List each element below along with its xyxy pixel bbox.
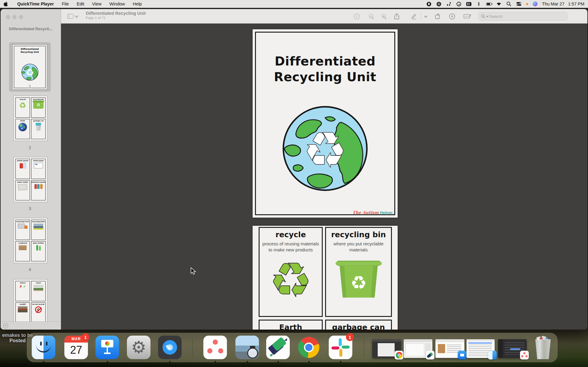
window-title-block: Differentiated Recycling Unit Page 1 of … <box>86 11 146 20</box>
thumb3-card-mixed-paper: mixed paper <box>33 160 44 161</box>
dock-highlighter-app-icon[interactable] <box>266 336 290 359</box>
svg-text:♻: ♻ <box>26 67 34 78</box>
logo-rest-text: Helper. <box>380 210 393 215</box>
minimized-finder-window[interactable] <box>467 339 495 358</box>
zoom-in-icon: + <box>382 14 386 19</box>
thumb4-card-truck: recycling truck <box>16 221 29 222</box>
toolbar: Differentiated Recycling Unit Page 1 of … <box>61 9 587 24</box>
thumb5-card-no-recycle: do not recycle <box>32 303 44 305</box>
wifi-icon[interactable] <box>496 1 502 7</box>
dock-finder-icon[interactable] <box>32 336 55 359</box>
chevron-down-icon <box>75 14 79 18</box>
sidebar-toggle-button[interactable] <box>66 12 79 21</box>
fill-form-icon <box>464 14 471 19</box>
control-center-icon[interactable] <box>516 1 522 7</box>
menu-app-name[interactable]: QuickTime Player <box>17 2 54 6</box>
recording-indicator <box>526 3 528 5</box>
menu-edit[interactable]: Edit <box>77 2 84 6</box>
card-title: recycling bin <box>326 230 391 239</box>
running-indicator-slack <box>340 361 341 362</box>
battery-icon[interactable] <box>486 1 492 7</box>
apple-menu-icon[interactable] <box>4 2 9 7</box>
thumb5-card-reuse: reuse <box>36 282 41 284</box>
logo-script-text: The Autism <box>353 210 379 215</box>
mouse-cursor <box>190 267 197 275</box>
thumbnail-page-4[interactable]: recycling truck recycling plant cardboar… <box>14 218 47 263</box>
sidebar-icon <box>67 14 73 19</box>
thumb2-card-earth: Earth <box>20 120 25 122</box>
thumbnail-page-5[interactable]: reduce✗✓ reuse landfill do not recycle♻ <box>14 279 47 324</box>
search-field[interactable] <box>478 12 567 21</box>
page1-title-line1: Differentiated <box>253 53 398 69</box>
share-button[interactable] <box>392 12 401 21</box>
markup-dropdown-button[interactable] <box>422 12 429 21</box>
newspapers-icon <box>18 184 27 190</box>
pdf-page-1: Differentiated Recycling Unit <box>253 29 398 218</box>
highlighter-window-badge <box>426 351 435 359</box>
dock-system-settings-icon[interactable]: ⚙ <box>127 336 150 359</box>
menu-bar-status: G ᛒ Thu Mar 27 1:57 PM <box>426 1 584 7</box>
dock-quicktime-icon[interactable] <box>158 336 182 359</box>
menu-file[interactable]: File <box>62 2 69 6</box>
vocab-card-earth: Earth <box>259 320 323 330</box>
zoom-button[interactable] <box>19 15 23 19</box>
focus-icon[interactable] <box>456 1 462 7</box>
menu-date: Thu Mar 27 <box>542 2 564 6</box>
minimize-button[interactable] <box>13 15 17 19</box>
recycling-truck-icon <box>18 224 27 229</box>
running-indicator-quicktime <box>169 361 171 362</box>
thumbnail-page-1[interactable]: Differentiated Recycling Unit ♻ <box>13 45 47 89</box>
highlight-button[interactable] <box>447 12 457 21</box>
menu-window[interactable]: Window <box>109 2 125 6</box>
slack-badge: 1 <box>346 333 354 341</box>
record-icon[interactable] <box>426 1 432 7</box>
minimized-chrome-window[interactable] <box>372 339 401 358</box>
menu-view[interactable]: View <box>92 2 102 6</box>
dock-preview-icon[interactable] <box>235 336 259 359</box>
markup-button[interactable] <box>409 12 418 21</box>
fill-form-button[interactable] <box>463 12 472 21</box>
keynote-window-badge <box>458 351 467 359</box>
minimized-asana-window[interactable] <box>498 339 527 358</box>
info-button[interactable]: i <box>352 12 361 21</box>
bluetooth-icon[interactable]: ᛒ <box>476 1 482 7</box>
thumb4-card-plant: recycling plant <box>32 221 45 222</box>
page-indicator: Page 1 of 71 <box>86 16 146 20</box>
search-input[interactable] <box>489 14 565 19</box>
grammarly-icon[interactable]: G <box>436 1 442 7</box>
close-button[interactable] <box>6 15 10 19</box>
thumbnail-page-3[interactable]: plastic goods mixed paper paper media al… <box>14 157 47 202</box>
dock-chrome-icon[interactable] <box>297 336 321 359</box>
vocab-card-recycle: recycle process of reusing materials to … <box>259 227 323 317</box>
minimized-highlighter-window[interactable] <box>404 339 432 358</box>
page1-title: Differentiated Recycling Unit <box>253 53 398 85</box>
preview-window: Differentiated Recycli... Differentiated… <box>1 9 587 330</box>
zoom-out-button[interactable]: − <box>367 12 376 21</box>
dock-keynote-icon[interactable] <box>95 336 119 359</box>
minimized-keynote-window[interactable] <box>435 339 464 358</box>
envelope-icon <box>34 163 43 168</box>
menu-clock[interactable]: Thu Mar 27 1:57 PM <box>542 2 584 6</box>
zoom-out-icon: − <box>369 14 374 19</box>
reduce-icon: ✗✓ <box>19 285 26 288</box>
pdf-content-area[interactable]: Differentiated Recycling Unit <box>61 24 587 330</box>
running-indicator-keynote <box>107 361 108 362</box>
thumb1-title-line2: Recycling Unit <box>13 51 47 54</box>
recycle-symbol-image: ♻ <box>260 256 322 304</box>
siri-icon[interactable] <box>533 2 538 6</box>
add-page-button[interactable]: + <box>3 323 8 328</box>
thumbnail-page-2[interactable]: recycle♻ recycling bin Earth garbage can <box>14 96 47 141</box>
thumb1-title-line1: Differentiated <box>13 48 47 51</box>
keyboard-icon[interactable] <box>466 1 472 7</box>
menu-help[interactable]: Help <box>133 2 142 6</box>
rotate-button[interactable] <box>434 12 443 21</box>
dock-asana-icon[interactable] <box>203 336 227 359</box>
screen-dots-icon[interactable] <box>446 1 452 7</box>
asana-window-badge <box>520 351 529 359</box>
thumbnail-1-number: 1 <box>9 84 51 89</box>
dock-trash-icon[interactable] <box>533 336 553 360</box>
thumb2-card-recycle: recycle <box>20 98 26 100</box>
spotlight-icon[interactable] <box>506 1 512 7</box>
zoom-in-button[interactable]: + <box>380 12 389 21</box>
sidebar-bottom-bar: + <box>1 321 61 330</box>
